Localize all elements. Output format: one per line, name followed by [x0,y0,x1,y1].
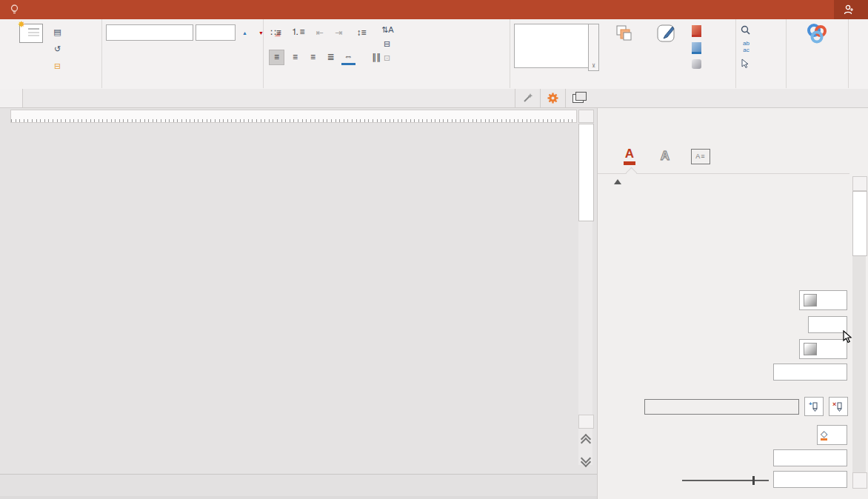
quick-styles-button[interactable] [644,24,687,46]
scroll-down-button[interactable] [578,415,594,429]
quick-styles-icon [655,24,677,43]
text-direction-icon: ⇅A [381,25,393,35]
share-button[interactable] [834,0,868,19]
status-strip [0,496,597,499]
section-button[interactable]: ⊟ [52,59,67,73]
shape-outline-button[interactable] [692,42,707,54]
svg-text:+: + [809,401,812,407]
group-drawing: ⊻ [510,19,736,88]
horizontal-ruler[interactable] [10,110,577,123]
document-tab[interactable] [0,89,23,107]
smartart-icon: ⊡ [381,53,393,63]
next-slide-button[interactable] [580,455,591,466]
new-tab-button[interactable] [23,89,38,107]
decrease-indent-icon[interactable]: ⇤ [313,25,327,39]
shapes-gallery-scrollbar[interactable]: ⊻ [588,24,599,71]
slide-canvas[interactable] [10,141,575,465]
shape-effects-icon [692,59,701,69]
wand-tool-button[interactable] [515,89,540,107]
position-spinner[interactable] [773,449,847,466]
character-spacing-button[interactable] [211,46,233,60]
preset-gradient-dropdown[interactable] [799,290,847,310]
pane-scroll-up-button[interactable] [852,176,867,191]
vertical-scrollbar-thumb[interactable] [578,124,594,221]
group-save [786,19,849,88]
previous-slide-button[interactable] [580,435,591,447]
document-tabbar [0,89,868,108]
convert-smartart-button[interactable]: ⊡ [381,53,398,63]
color-dropdown[interactable]: ◇ [817,425,847,445]
justify-button[interactable]: ≣ [324,50,338,64]
group-font: ▲ ▼ ◢ [101,19,264,88]
text-shadow-button[interactable] [167,46,181,60]
select-button[interactable] [741,58,758,68]
align-left-button[interactable]: ≡ [269,50,284,65]
text-direction-button[interactable]: ⇅A [381,25,398,35]
find-button[interactable] [741,25,758,35]
line-spacing-button[interactable]: ↕≡ [351,25,372,39]
scroll-up-button[interactable] [578,110,594,123]
text-effects-icon[interactable]: A [652,147,678,166]
align-text-button[interactable]: ⊟ [381,39,398,49]
italic-button[interactable] [127,46,141,60]
bullets-button[interactable]: ∷≡ [269,25,283,39]
add-gradient-stop-button[interactable]: + [804,397,824,416]
pane-scroll-down-button[interactable] [852,472,867,489]
notes-pane[interactable] [0,474,597,497]
arrange-icon [615,24,634,43]
strikethrough-button[interactable] [187,46,205,60]
replace-button[interactable]: abac [741,40,758,53]
layout-button[interactable]: ▤ [52,25,67,38]
multi-window-button[interactable] [565,89,597,107]
grow-font-button[interactable]: ▲ [238,26,252,40]
login-button[interactable] [815,0,834,19]
text-fill-icon[interactable]: A [617,147,642,166]
arrange-button[interactable] [608,24,641,46]
font-name-combo[interactable] [106,24,193,41]
shape-outline-icon [692,42,701,54]
baidu-netdisk-icon [804,22,829,44]
collapse-triangle-icon [614,179,621,184]
align-text-icon: ⊟ [381,39,393,49]
cursor-icon [741,58,749,68]
distribute-button[interactable]: ⇔ [341,49,355,65]
textbox-icon[interactable]: A≡ [688,147,713,166]
pane-scrollbar-thumb[interactable] [852,191,867,256]
gradient-stops-bar[interactable] [644,399,799,415]
reset-icon: ↺ [52,44,63,54]
lightbulb-icon [10,4,19,15]
shapes-gallery[interactable]: ⊻ [514,24,590,68]
slide-editor [0,108,597,499]
svg-text:×: × [832,401,836,408]
transparency-spinner[interactable] [773,471,847,488]
direction-dropdown[interactable] [799,339,847,359]
bold-button[interactable] [107,46,121,60]
section-text-fill[interactable] [614,179,627,184]
underline-button[interactable] [147,46,161,60]
new-slide-button[interactable] [12,22,50,46]
save-to-baidu-button[interactable] [793,22,841,47]
new-slide-icon [19,24,43,43]
shape-fill-button[interactable] [692,25,707,37]
group-editing: abac [735,19,787,88]
delete-gradient-stop-button[interactable]: × [829,397,848,416]
transparency-slider[interactable] [682,480,769,481]
settings-gear-button[interactable] [540,89,565,107]
font-size-combo[interactable] [196,24,236,41]
increase-indent-icon[interactable]: ⇥ [332,25,346,39]
change-case-button[interactable] [239,46,260,60]
reset-button[interactable]: ↺ [52,42,67,56]
transparency-slider-handle[interactable] [752,476,755,485]
section-icon: ⊟ [52,61,63,71]
numbering-button[interactable]: ⒈≡ [288,25,307,39]
shape-fill-icon [692,25,701,37]
align-right-button[interactable]: ≡ [306,50,320,64]
tell-me-box[interactable] [1,0,32,19]
angle-spinner[interactable] [773,364,847,381]
multi-window-icon [572,94,584,103]
shape-effects-button[interactable] [692,59,707,69]
format-shape-pane: A A A≡ + × ◇ [597,108,868,499]
replace-icon: abac [741,40,752,53]
align-center-button[interactable]: ≡ [288,50,302,64]
paint-bucket-icon: ◇ [821,429,827,441]
